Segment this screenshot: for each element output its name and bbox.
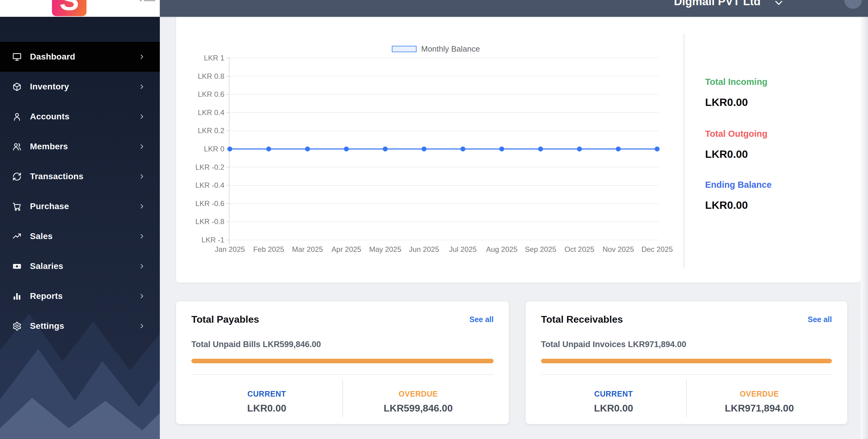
svg-text:LKR -0.8: LKR -0.8 (195, 217, 224, 226)
svg-text:Nov 2025: Nov 2025 (603, 245, 634, 254)
svg-text:Jul 2025: Jul 2025 (449, 245, 477, 254)
payables-current-col: CURRENT LKR0.00 (191, 379, 343, 417)
receivables-overdue-value: LKR971,894.00 (687, 403, 832, 414)
payables-subtitle: Total Unpaid Bills LKR599,846.00 (191, 339, 494, 349)
sidebar-item-sales[interactable]: Sales (0, 221, 160, 251)
sidebar-item-label: Salaries (30, 261, 138, 271)
app-logo[interactable]: S (52, 0, 87, 16)
list-icon-dot (140, 0, 142, 1)
chevron-right-icon (138, 233, 145, 240)
ending-balance-group: Ending Balance LKR0.00 (705, 179, 772, 211)
user-avatar[interactable]: | | (844, 0, 862, 9)
total-incoming-value: LKR0.00 (705, 96, 768, 108)
chevron-right-icon (138, 203, 145, 210)
payables-current-label: CURRENT (191, 390, 342, 398)
receivables-progress-bar (541, 359, 832, 363)
sidebar-item-reports[interactable]: Reports (0, 281, 160, 311)
sidebar-item-salaries[interactable]: Salaries (0, 251, 160, 281)
monitor-icon (12, 52, 22, 62)
sidebar-item-label: Settings (30, 321, 138, 331)
payables-title: Total Payables (191, 313, 259, 325)
trending-up-icon (12, 232, 22, 241)
payables-divider (191, 374, 494, 375)
sidebar-item-inventory[interactable]: Inventory (0, 72, 160, 102)
total-receivables-card: Total Receivables See all Total Unpaid I… (526, 301, 847, 424)
top-header: Digmall PVT Ltd | | (160, 0, 868, 17)
receivables-current-label: CURRENT (541, 390, 686, 398)
receivables-see-all-link[interactable]: See all (808, 315, 832, 324)
chevron-right-icon (138, 323, 145, 329)
app-root: S Digmall PVT Ltd | | Dashboard Inv (0, 0, 868, 439)
chevron-right-icon (138, 113, 145, 120)
svg-text:Oct 2025: Oct 2025 (564, 245, 594, 254)
svg-text:Sep 2025: Sep 2025 (525, 245, 556, 254)
receivables-subtitle: Total Unpaid Invoices LKR971,894.00 (541, 339, 832, 349)
list-icon-bar (144, 0, 155, 1)
logo-gradient-tile: S (52, 0, 87, 16)
payables-progress-fill (191, 359, 494, 363)
chevron-right-icon (138, 173, 145, 180)
svg-text:Jan 2025: Jan 2025 (215, 245, 245, 254)
svg-text:Aug 2025: Aug 2025 (486, 245, 518, 254)
company-dropdown[interactable]: Digmall PVT Ltd (674, 0, 761, 8)
users-icon (12, 142, 22, 151)
sidebar-nav: Dashboard Inventory Accounts Members (0, 42, 160, 341)
receivables-divider (541, 374, 832, 375)
svg-text:LKR 0.8: LKR 0.8 (198, 72, 224, 80)
total-incoming-group: Total Incoming LKR0.00 (705, 77, 768, 108)
svg-text:LKR -0.2: LKR -0.2 (195, 163, 224, 171)
chevron-right-icon (138, 293, 145, 300)
topbar-left: S (0, 0, 160, 17)
refresh-icon (12, 172, 22, 181)
svg-text:LKR 1: LKR 1 (204, 54, 224, 62)
sidebar-item-label: Dashboard (30, 52, 138, 62)
sidebar-item-label: Accounts (30, 112, 138, 122)
menu-list-icon[interactable] (140, 0, 156, 3)
sidebar-item-purchase[interactable]: Purchase (0, 192, 160, 221)
legend-monthly-balance[interactable]: Monthly Balance (392, 44, 480, 54)
chevron-right-icon (138, 143, 145, 150)
ending-balance-value: LKR0.00 (705, 199, 772, 211)
svg-text:Feb 2025: Feb 2025 (253, 245, 284, 254)
svg-text:LKR -1: LKR -1 (202, 236, 224, 244)
logo-letter: S (59, 0, 79, 15)
total-incoming-label: Total Incoming (705, 77, 768, 87)
sidebar-item-transactions[interactable]: Transactions (0, 162, 160, 192)
svg-text:Dec 2025: Dec 2025 (642, 245, 673, 254)
sidebar-item-label: Sales (30, 231, 138, 241)
chevron-down-icon (775, 0, 783, 6)
payables-overdue-label: OVERDUE (343, 390, 494, 398)
sidebar-item-label: Transactions (30, 172, 138, 181)
chevron-right-icon (138, 83, 145, 90)
svg-text:LKR -0.4: LKR -0.4 (195, 181, 224, 189)
payables-see-all-link[interactable]: See all (469, 315, 494, 324)
sidebar-item-members[interactable]: Members (0, 132, 160, 162)
svg-text:LKR 0: LKR 0 (204, 145, 224, 153)
sidebar-item-accounts[interactable]: Accounts (0, 102, 160, 132)
svg-text:LKR 0.6: LKR 0.6 (198, 90, 224, 98)
ending-balance-label: Ending Balance (705, 179, 772, 190)
cart-icon (12, 202, 22, 211)
svg-text:Apr 2025: Apr 2025 (332, 245, 361, 254)
svg-text:LKR -0.6: LKR -0.6 (195, 199, 224, 208)
sidebar-item-settings[interactable]: Settings (0, 311, 160, 341)
svg-text:Jun 2025: Jun 2025 (409, 245, 439, 254)
receivables-overdue-label: OVERDUE (687, 390, 832, 398)
legend-label: Monthly Balance (421, 44, 480, 54)
payables-current-value: LKR0.00 (191, 403, 342, 414)
sidebar: Dashboard Inventory Accounts Members (0, 17, 160, 439)
package-icon (12, 82, 22, 92)
total-outgoing-value: LKR0.00 (705, 148, 768, 160)
banknote-icon (12, 262, 22, 271)
sidebar-item-label: Members (30, 142, 138, 151)
total-outgoing-group: Total Outgoing LKR0.00 (705, 129, 768, 160)
payables-overdue-value: LKR599,846.00 (343, 403, 494, 414)
receivables-current-col: CURRENT LKR0.00 (541, 379, 687, 417)
receivables-current-value: LKR0.00 (541, 403, 686, 414)
sidebar-item-label: Purchase (30, 201, 138, 211)
balance-summary-panel: Total Incoming LKR0.00 Total Outgoing LK… (684, 17, 861, 283)
chevron-right-icon (138, 54, 145, 60)
monthly-balance-card: LKR 1LKR 0.8LKR 0.6LKR 0.4LKR 0.2LKR 0LK… (176, 17, 861, 283)
sidebar-item-dashboard[interactable]: Dashboard (0, 42, 160, 72)
scrollbar-track[interactable] (861, 17, 868, 439)
